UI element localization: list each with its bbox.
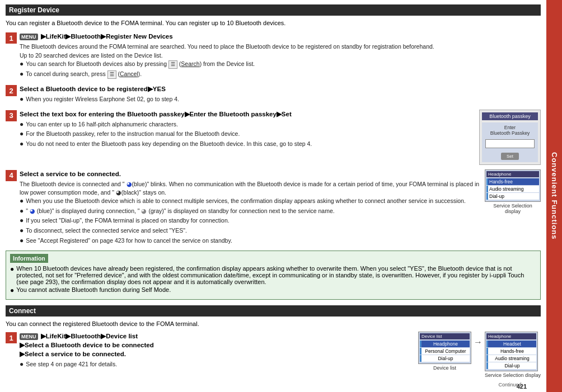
info-bullet-2: ● You cannot activate Bluetooth function…: [10, 286, 536, 295]
step-4-content: Select a service to be connected. The Bl…: [20, 169, 541, 247]
step-2-body: ● When you register Wireless Earphone Se…: [20, 95, 541, 104]
device-list-screen: Device list Headphone Personal Computer …: [418, 332, 471, 364]
service-selection-image: Headphone Hands-free Audio streaming Dia…: [485, 169, 541, 214]
step-1-number: 1: [6, 32, 17, 44]
connect-step1-text: MENU ▶LifeKit▶Bluetooth▶Device list▶Sele…: [20, 332, 414, 370]
step-3-bullet-3: ● You do not need to enter the Bluetooth…: [20, 140, 475, 149]
step-2: 2 Select a Bluetooth device to be regist…: [6, 84, 541, 105]
step-4-bullet-4: ● To disconnect, select the connected se…: [20, 226, 480, 235]
continued-label: Continued↓: [498, 382, 524, 388]
passkey-body: EnterBluetooth Passkey Set: [482, 122, 538, 162]
connect-header: Connect: [6, 305, 541, 317]
information-box: Information ● When 10 Bluetooth devices …: [6, 251, 541, 300]
arrow-icon: →: [474, 332, 483, 347]
passkey-label: EnterBluetooth Passkey: [483, 125, 537, 136]
register-device-header: Register Device: [6, 4, 541, 16]
step-4-bullet-1: ● When you use the Bluetooth device whic…: [20, 197, 480, 206]
connect-step-1-bullet-1: ● See step 4 on page 421 for details.: [20, 360, 414, 369]
connect-step-1-body: ● See step 4 on page 421 for details.: [20, 360, 414, 369]
connect-intro: You can connect the registered Bluetooth…: [6, 320, 541, 328]
step-3: 3 Select the text box for entering the B…: [6, 110, 541, 165]
device-list-title: Device list: [420, 333, 470, 339]
step-4-number: 4: [6, 170, 17, 181]
step-4-title: Select a service to be connected.: [20, 169, 480, 178]
step-4-bullet-2: ● " ◕ (blue)" is displayed during connec…: [20, 207, 480, 216]
service-item-dialup: Dial-up: [486, 193, 539, 200]
connect-service-selection-screen: Headphone Headset Hands-free Audio strea…: [485, 332, 538, 371]
step-4-bullet-5: ● See "Accept Registered" on page 423 fo…: [20, 237, 480, 245]
passkey-input-box[interactable]: [485, 139, 535, 148]
step-2-title: Select a Bluetooth device to be register…: [20, 84, 541, 93]
passkey-set-button[interactable]: Set: [501, 153, 519, 160]
step-1-title: MENU ▶LifeKit▶Bluetooth▶Register New Dev…: [20, 32, 541, 41]
step-4-bullet-3: ● If you select "Dial-up", the FOMA term…: [20, 216, 480, 225]
connect-service-selection-label: Service Selection display: [485, 372, 541, 378]
device-list-item-pc: Personal Computer: [420, 348, 470, 355]
service-selection-screen: Headphone Hands-free Audio streaming Dia…: [485, 169, 541, 202]
step-4-text: Select a service to be connected. The Bl…: [20, 169, 480, 247]
connect-service-item-audio: Audio streaming: [486, 355, 536, 362]
step-3-number: 3: [6, 110, 17, 121]
step-2-content: Select a Bluetooth device to be register…: [20, 84, 541, 105]
sidebar-label: Convenient Functions: [550, 152, 559, 240]
passkey-image: Bluetooth passkey EnterBluetooth Passkey…: [479, 110, 541, 165]
device-list-screen-container: Device list Headphone Personal Computer …: [418, 332, 471, 371]
service-sel-screen-container: Headphone Headset Hands-free Audio strea…: [485, 332, 541, 378]
service-screen-title: Headphone: [486, 171, 539, 177]
step-3-text: Select the text box for entering the Blu…: [20, 110, 475, 150]
connect-step-1: 1 MENU ▶LifeKit▶Bluetooth▶Device list▶Se…: [6, 332, 541, 378]
device-list-label: Device list: [418, 365, 471, 371]
info-bullet-1: ● When 10 Bluetooth devices have already…: [10, 265, 536, 285]
sidebar: Convenient Functions: [546, 0, 562, 392]
service-item-handsfree: Hands-free: [486, 178, 539, 185]
step-2-number: 2: [6, 85, 17, 96]
step-4: 4 Select a service to be connected. The …: [6, 169, 541, 247]
service-selection-label: Service Selection display: [485, 203, 541, 214]
step-1-bullet-2: ● To cancel during search, press ☰ (Canc…: [20, 70, 541, 79]
step-2-bullet-1: ● When you register Wireless Earphone Se…: [20, 95, 541, 104]
connect-service-item-handsfree: Hands-free: [486, 348, 536, 355]
device-screens: Device list Headphone Personal Computer …: [418, 332, 541, 378]
connect-menu-icon: MENU: [20, 333, 38, 340]
step-1: 1 MENU ▶LifeKit▶Bluetooth▶Register New D…: [6, 32, 541, 80]
step-1-body: The Bluetooth devices around the FOMA te…: [20, 42, 541, 79]
step-3-content: Select the text box for entering the Blu…: [20, 110, 541, 165]
step-3-bullet-1: ● You can enter up to 16 half-pitch alph…: [20, 120, 475, 129]
step-3-title: Select the text box for entering the Blu…: [20, 110, 475, 119]
connect-step-1-number: 1: [6, 332, 17, 343]
step-3-body: ● You can enter up to 16 half-pitch alph…: [20, 120, 475, 149]
connect-section: Connect You can connect the registered B…: [6, 305, 541, 378]
connect-service-item-headset: Headset: [486, 341, 536, 347]
connect-step-1-title: MENU ▶LifeKit▶Bluetooth▶Device list▶Sele…: [20, 332, 414, 358]
service-item-audio: Audio streaming: [486, 186, 539, 192]
device-list-item-headphone: Headphone: [420, 341, 470, 347]
step-1-title-text: ▶LifeKit▶Bluetooth▶Register New Devices: [41, 33, 173, 40]
register-device-intro: You can register a Bluetooth device to t…: [6, 19, 541, 27]
step-1-content: MENU ▶LifeKit▶Bluetooth▶Register New Dev…: [20, 32, 541, 80]
connect-service-screen-title: Headphone: [486, 333, 536, 339]
information-header: Information: [10, 254, 48, 263]
device-list-item-dialup: Dial-up: [420, 355, 470, 362]
passkey-title-bar: Bluetooth passkey: [482, 112, 538, 120]
connect-step-1-content: MENU ▶LifeKit▶Bluetooth▶Device list▶Sele…: [20, 332, 541, 378]
register-device-section: Register Device You can register a Bluet…: [6, 4, 541, 165]
step-3-bullet-2: ● For the Bluetooth passkey, refer to th…: [20, 130, 475, 139]
step-4-body: The Bluetooth device is connected and " …: [20, 180, 480, 245]
step-1-bullet-1: ● You can search for Bluetooth devices a…: [20, 60, 541, 69]
menu-icon: MENU: [20, 34, 38, 40]
connect-service-item-dialup: Dial-up: [486, 362, 536, 369]
